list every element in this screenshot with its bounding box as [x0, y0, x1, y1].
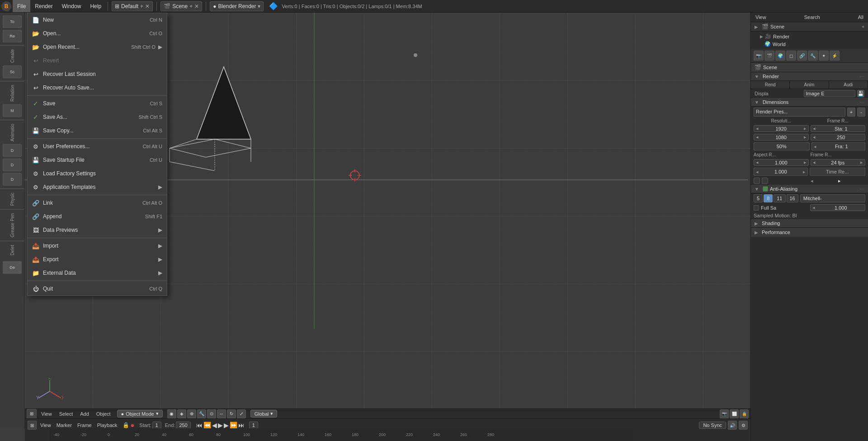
menu-render[interactable]: Render	[30, 0, 57, 12]
snap-btn[interactable]: 🔧	[197, 409, 206, 418]
render-tab-anim[interactable]: Anim	[790, 81, 829, 89]
res-height-arrow-left[interactable]: ◂	[754, 134, 760, 140]
tree-item-render[interactable]: ▶ 🎥 Render	[751, 33, 868, 40]
render-tab-audi[interactable]: Audi	[829, 81, 868, 89]
prev-frame-btn[interactable]: ⏪	[203, 422, 211, 429]
performance-section-header[interactable]: ▶ Performance	[751, 228, 868, 237]
frame-start-arrow-left[interactable]: ◂	[811, 126, 817, 131]
aa-section-header[interactable]: ▼ Anti-Aliasing ⋯	[751, 185, 868, 193]
menu-item-open-recent[interactable]: 📂 Open Recent... Shift Ctrl O ▶	[28, 40, 167, 54]
scene-expand-arrow[interactable]: ▶	[755, 24, 758, 29]
render-preset-remove-btn[interactable]: -	[857, 108, 865, 117]
menu-item-external-data[interactable]: 📁 External Data ▶	[28, 266, 167, 280]
engine-dropdown-icon[interactable]: ▾	[258, 3, 260, 9]
sidebar-btn-d1[interactable]: D	[3, 144, 22, 157]
object-props-btn[interactable]: ◻	[786, 51, 796, 61]
move-btn[interactable]: ↔	[217, 409, 226, 418]
timeline-playback-btn[interactable]: Playback	[95, 422, 119, 428]
menu-file[interactable]: File	[13, 0, 30, 12]
res-height-value[interactable]: 1080	[760, 135, 802, 140]
aa-sample-5[interactable]: 5	[754, 194, 763, 202]
modifier-props-btn[interactable]: 🔧	[808, 51, 818, 61]
search-btn[interactable]: Search	[802, 14, 822, 21]
res-width-arrow-right[interactable]: ▸	[802, 126, 808, 131]
scene-section-header[interactable]: 🎬 Scene	[751, 63, 868, 72]
cam-btn[interactable]: 📷	[720, 409, 729, 418]
aa-sample-8[interactable]: 8	[764, 194, 773, 202]
frame-end-arrow-left[interactable]: ◂	[811, 134, 817, 140]
image-editor-selector[interactable]: Image E	[804, 90, 856, 97]
mode-selector[interactable]: ● Object Mode ▾	[117, 410, 163, 418]
current-frame-input[interactable]: 1	[249, 422, 258, 429]
sidebar-btn-d3[interactable]: D	[3, 173, 22, 186]
aa-sample-11[interactable]: 11	[774, 194, 785, 202]
aspect-x-value[interactable]: 1.000	[760, 160, 802, 165]
fps-value[interactable]: 24 fps	[817, 160, 859, 165]
menu-item-data-previews[interactable]: 🖼 Data Previews ▶	[28, 223, 167, 237]
select-menu-btn[interactable]: Select	[57, 411, 76, 417]
aspect-y-value[interactable]: 1.000	[760, 169, 801, 174]
transform-selector[interactable]: Global ▾	[250, 410, 278, 418]
render-preset-add-btn[interactable]: +	[847, 108, 855, 117]
timeline-view-btn[interactable]: View	[38, 422, 53, 428]
add-workspace-icon[interactable]: +	[140, 3, 143, 9]
menu-item-save-startup[interactable]: 💾 Save Startup File Ctrl U	[28, 153, 167, 167]
menu-item-append[interactable]: 🔗 Append Shift F1	[28, 210, 167, 223]
menu-item-revert[interactable]: ↩ Revert	[28, 54, 167, 67]
start-frame-input[interactable]: 1	[152, 422, 161, 429]
prev-keyframe-btn[interactable]: ◀	[212, 422, 217, 429]
menu-item-app-templates[interactable]: ⚙ Application Templates ▶	[28, 180, 167, 194]
menu-item-quit[interactable]: ⏻ Quit Ctrl Q	[28, 282, 167, 296]
render-section-header[interactable]: ▼ Render ⋯	[751, 72, 868, 81]
timeline-sound-btn[interactable]: 🔊	[728, 421, 737, 430]
object-menu-btn[interactable]: Object	[94, 411, 113, 417]
full-sample-value[interactable]: 1.000	[817, 205, 865, 211]
menu-item-recover-last[interactable]: ↩ Recover Last Session	[28, 67, 167, 81]
aa-filter-selector[interactable]: Mitchell-	[800, 194, 865, 202]
timeline-marker-btn[interactable]: Marker	[55, 422, 74, 428]
lock-btn[interactable]: 🔒	[740, 409, 749, 418]
end-frame-input[interactable]: 250	[176, 422, 190, 429]
menu-window[interactable]: Window	[57, 0, 86, 12]
percent-value[interactable]: 50%	[754, 142, 810, 150]
fps-step-value[interactable]: ▸	[814, 178, 866, 184]
timeline-corner-btn[interactable]: ⊞	[28, 421, 37, 430]
check-box-1[interactable]	[754, 178, 760, 184]
fps-right[interactable]: ▸	[859, 160, 865, 165]
viewport-draw-btn[interactable]: ◈	[177, 409, 186, 418]
sidebar-checkbox[interactable]: De	[3, 261, 22, 274]
jump-start-btn[interactable]: ⏮	[196, 422, 203, 429]
aspect-x-left[interactable]: ◂	[754, 160, 760, 165]
scene-props-btn[interactable]: 🎬	[764, 51, 774, 61]
sidebar-btn-relations[interactable]: Re	[3, 30, 22, 42]
res-height-arrow-right[interactable]: ▸	[802, 134, 808, 140]
next-keyframe-btn[interactable]: ▶	[224, 422, 229, 429]
render-props-btn[interactable]: 📷	[754, 51, 764, 61]
check-box-2[interactable]	[762, 178, 768, 184]
menu-item-recover-auto[interactable]: ↩ Recover Auto Save...	[28, 81, 167, 94]
scale-btn[interactable]: ⤢	[237, 409, 246, 418]
time-remapping-btn[interactable]: Time Re...	[810, 168, 866, 176]
fps-left[interactable]: ◂	[811, 160, 817, 165]
sidebar-btn-d2[interactable]: D	[3, 159, 22, 171]
render-preset-selector[interactable]: Render Pres...	[754, 108, 845, 117]
no-sync-selector[interactable]: No Sync	[699, 422, 726, 429]
fps-step-left[interactable]: ◂	[811, 178, 813, 184]
all-btn[interactable]: All	[856, 14, 865, 21]
add-menu-btn[interactable]: Add	[77, 411, 92, 417]
menu-item-user-prefs[interactable]: ⚙ User Preferences... Ctrl Alt U	[28, 140, 167, 153]
frame-curr-value[interactable]: Fra: 1	[818, 144, 865, 149]
frame-start-value[interactable]: Sta: 1	[817, 126, 865, 131]
res-width-value[interactable]: 1920	[760, 126, 802, 131]
physics-props-btn[interactable]: ⚡	[830, 51, 840, 61]
blender-logo-icon[interactable]: B	[0, 0, 13, 13]
fps-group[interactable]: ◂ 24 fps ▸	[811, 159, 866, 166]
menu-item-save-copy[interactable]: 💾 Save Copy... Ctrl Alt S	[28, 124, 167, 137]
world-props-btn[interactable]: 🌍	[775, 51, 785, 61]
full-sample-left[interactable]: ◂	[811, 205, 817, 211]
shading-section-header[interactable]: ▶ Shading	[751, 219, 868, 228]
frame-end-value[interactable]: 250	[817, 135, 865, 140]
menu-item-link[interactable]: 🔗 Link Ctrl Alt O	[28, 196, 167, 210]
rotate-btn[interactable]: ↻	[227, 409, 236, 418]
constraint-props-btn[interactable]: 🔗	[797, 51, 807, 61]
